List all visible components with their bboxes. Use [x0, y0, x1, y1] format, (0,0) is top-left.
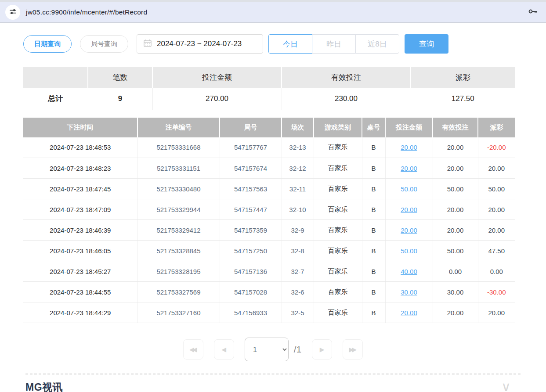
header-bet-amount: 投注金额 [385, 118, 433, 137]
bet-record-row: 2024-07-23 18:48:23521753331151547157674… [23, 158, 515, 179]
summary-total-label: 总计 [23, 88, 88, 110]
round-id-cell: 547157136 [220, 261, 282, 282]
valid-bet-cell: 20.00 [433, 137, 478, 158]
footer-section-header[interactable]: MG视讯 ∨ [25, 381, 521, 392]
game-type-cell: 百家乐 [314, 302, 362, 323]
bet-amount-cell: 20.00 [385, 302, 433, 323]
header-bet-time: 下注时间 [23, 118, 137, 137]
date-query-tab[interactable]: 日期查询 [23, 35, 72, 53]
url-text[interactable]: jw05.cc:9900/infe/mcenter/#/betRecord [26, 8, 147, 16]
payout-cell: 20.00 [478, 220, 515, 241]
payout-cell: 20.00 [478, 302, 515, 323]
valid-bet-cell: 20.00 [433, 158, 478, 179]
valid-bet-cell: 50.00 [433, 241, 478, 261]
round-id-cell: 547157767 [220, 137, 282, 158]
first-page-button[interactable]: ◀◀ [183, 339, 203, 360]
password-key-button[interactable] [528, 6, 538, 18]
session-cell: 32-9 [282, 220, 314, 241]
yesterday-button[interactable]: 昨日 [312, 34, 356, 54]
tune-icon [9, 8, 17, 17]
bet-amount-link[interactable]: 20.00 [401, 227, 417, 234]
valid-bet-cell: 20.00 [433, 302, 478, 323]
summary-header-payout: 派彩 [411, 67, 515, 88]
today-label: 今日 [283, 39, 298, 49]
summary-header-count: 笔数 [88, 67, 152, 88]
today-button[interactable]: 今日 [268, 34, 312, 54]
game-type-cell: 百家乐 [314, 199, 362, 220]
round-id-cell: 547157028 [220, 282, 282, 302]
valid-bet-cell: 30.00 [433, 282, 478, 302]
bet-amount-link[interactable]: 20.00 [401, 144, 417, 151]
payout-cell: -20.00 [478, 137, 515, 158]
prev-page-button[interactable]: ◀ [214, 339, 234, 360]
payout-cell: 0.00 [478, 261, 515, 282]
header-table-no: 桌号 [362, 118, 385, 137]
bet-amount-cell: 20.00 [385, 220, 433, 241]
game-type-cell: 百家乐 [314, 241, 362, 261]
bet-time-cell: 2024-07-23 18:44:55 [23, 282, 137, 302]
table-no-cell: B [362, 137, 385, 158]
game-type-cell: 百家乐 [314, 179, 362, 199]
date-range-picker[interactable]: 2024-07-23 ~ 2024-07-23 [137, 34, 263, 54]
session-cell: 32-8 [282, 241, 314, 261]
order-id-cell: 521753329944 [137, 199, 220, 220]
bet-amount-cell: 40.00 [385, 261, 433, 282]
round-id-cell: 547157447 [220, 199, 282, 220]
last-page-button[interactable]: ▶▶ [343, 339, 363, 360]
bet-amount-link[interactable]: 50.00 [401, 185, 417, 193]
bet-record-row: 2024-07-23 18:44:29521753327160547156933… [23, 302, 515, 323]
last8days-label: 近8日 [368, 39, 387, 49]
date-range-value: 2024-07-23 ~ 2024-07-23 [157, 40, 242, 48]
prev-page-icon: ◀ [221, 346, 226, 353]
order-id-cell: 521753330480 [137, 179, 220, 199]
table-no-cell: B [362, 179, 385, 199]
bet-amount-link[interactable]: 20.00 [401, 309, 417, 316]
table-no-cell: B [362, 241, 385, 261]
bet-amount-link[interactable]: 20.00 [401, 165, 417, 172]
summary-header-row: 笔数 投注金额 有效投注 派彩 [23, 67, 515, 88]
filter-toolbar: 日期查询 局号查询 2024-07-23 ~ 2024-07-23 今日 昨日 [23, 34, 521, 54]
valid-bet-cell: 20.00 [433, 220, 478, 241]
header-valid-bet: 有效投注 [433, 118, 478, 137]
table-no-cell: B [362, 302, 385, 323]
next-page-button[interactable]: ▶ [312, 339, 332, 360]
round-query-label: 局号查询 [91, 40, 117, 48]
header-game-type: 游戏类别 [314, 118, 362, 137]
last8days-button[interactable]: 近8日 [355, 34, 399, 54]
game-type-cell: 百家乐 [314, 282, 362, 302]
bet-amount-link[interactable]: 30.00 [401, 288, 417, 296]
game-type-cell: 百家乐 [314, 158, 362, 179]
table-no-cell: B [362, 158, 385, 179]
round-id-cell: 547156933 [220, 302, 282, 323]
game-type-cell: 百家乐 [314, 220, 362, 241]
order-id-cell: 521753331668 [137, 137, 220, 158]
summary-header-valid-bet: 有效投注 [282, 67, 411, 88]
valid-bet-cell: 0.00 [433, 261, 478, 282]
round-query-tab[interactable]: 局号查询 [80, 35, 128, 53]
session-cell: 32-12 [282, 158, 314, 179]
valid-bet-cell: 20.00 [433, 199, 478, 220]
bet-record-row: 2024-07-23 18:47:45521753330480547157563… [23, 179, 515, 199]
bet-time-cell: 2024-07-23 18:48:53 [23, 137, 137, 158]
search-button[interactable]: 查询 [405, 34, 448, 54]
section-divider [25, 374, 521, 374]
session-cell: 32-7 [282, 261, 314, 282]
calendar-icon [143, 39, 152, 49]
last-page-icon: ▶▶ [349, 346, 357, 353]
bet-amount-link[interactable]: 40.00 [401, 268, 417, 275]
bet-amount-link[interactable]: 50.00 [401, 247, 417, 255]
total-pages-label: /1 [294, 344, 302, 355]
order-id-cell: 521753327160 [137, 302, 220, 323]
browser-address-bar: jw05.cc:9900/infe/mcenter/#/betRecord [0, 2, 546, 23]
page-select[interactable]: 1 [245, 338, 289, 361]
chevron-down-icon: ∨ [501, 379, 511, 392]
bet-amount-link[interactable]: 20.00 [401, 206, 417, 213]
bet-amount-cell: 20.00 [385, 158, 433, 179]
order-id-cell: 521753329412 [137, 220, 220, 241]
session-cell: 32-6 [282, 282, 314, 302]
bet-time-cell: 2024-07-23 18:46:39 [23, 220, 137, 241]
header-round-id: 局号 [220, 118, 282, 137]
bet-time-cell: 2024-07-23 18:47:45 [23, 179, 137, 199]
site-settings-button[interactable] [5, 5, 20, 20]
game-type-cell: 百家乐 [314, 137, 362, 158]
